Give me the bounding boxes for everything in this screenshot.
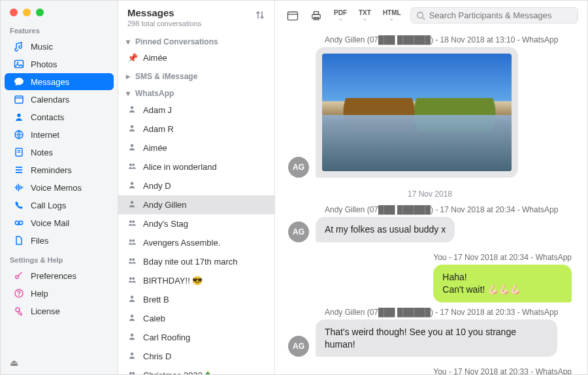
internet-icon — [14, 129, 24, 140]
export-pdf-button[interactable]: PDF ⌄ — [331, 9, 350, 22]
search-field[interactable] — [410, 7, 578, 24]
sidebar-item-label: Help — [31, 289, 48, 299]
conversation-item[interactable]: Carl Roofing — [118, 328, 274, 347]
conversation-panel: Messages 298 total conversations ▾ Pinne… — [118, 1, 275, 374]
sidebar-item-internet[interactable]: Internet — [5, 126, 114, 143]
svg-rect-39 — [287, 12, 297, 20]
sidebar-item-contacts[interactable]: Contacts — [5, 108, 114, 125]
preferences-icon — [14, 270, 24, 281]
voicememos-icon — [14, 182, 24, 193]
svg-point-25 — [129, 220, 132, 223]
eject-icon[interactable]: ⏏ — [1, 351, 118, 374]
conversation-scroll[interactable]: ▾ Pinned Conversations 📌Aimée ▸ SMS & iM… — [118, 32, 274, 374]
avatar: AG — [288, 157, 309, 178]
svg-point-32 — [132, 277, 135, 280]
chat-scroll[interactable]: Andy Gillen (07███ ██████) - 18 Nov 2018… — [275, 30, 587, 374]
license-icon — [14, 306, 24, 316]
sidebar-item-label: Contacts — [31, 112, 64, 122]
sidebar-item-label: Messages — [31, 77, 69, 87]
help-icon — [14, 288, 24, 299]
conversation-item[interactable]: BIRTHDAY!! 😎 — [118, 271, 274, 290]
conversation-item[interactable]: Adam J — [118, 101, 274, 120]
photo-bubble[interactable] — [316, 47, 518, 178]
svg-point-30 — [132, 258, 135, 261]
message-bubble[interactable]: At my folkes as usual buddy x — [316, 217, 455, 242]
svg-point-21 — [129, 163, 132, 166]
conversation-item[interactable]: Caleb — [118, 309, 274, 328]
group-icon — [127, 237, 137, 248]
window-close-icon[interactable] — [10, 8, 18, 16]
conversation-label: Carl Roofing — [143, 333, 190, 342]
conversation-item[interactable]: Christmas 2022🎄 — [118, 366, 274, 374]
conversation-item[interactable]: Adam R — [118, 120, 274, 139]
svg-point-23 — [131, 182, 134, 186]
sidebar-item-label: License — [31, 306, 60, 316]
messages-icon — [14, 76, 24, 87]
sidebar-item-label: Files — [31, 236, 48, 246]
export-txt-button[interactable]: TXT ⌄ — [356, 9, 374, 22]
sidebar-item-music[interactable]: Music — [5, 38, 114, 55]
sidebar-item-voicememos[interactable]: Voice Memos — [5, 179, 114, 196]
message-bubble[interactable]: That's weird though! See you at 10 you s… — [316, 319, 557, 357]
conversation-item[interactable]: Alice in wonderland — [118, 157, 274, 176]
search-input[interactable] — [429, 10, 572, 20]
sidebar-item-photos[interactable]: Photos — [5, 56, 114, 73]
chevron-down-icon: ⌄ — [389, 16, 394, 22]
message-incoming: AG At my folkes as usual buddy x — [288, 217, 572, 242]
section-sms[interactable]: ▸ SMS & iMessage — [118, 67, 274, 84]
person-icon — [127, 332, 137, 343]
print-button[interactable] — [308, 10, 325, 21]
date-range-button[interactable] — [284, 10, 301, 21]
conversation-item[interactable]: Avengers Assemble. — [118, 233, 274, 252]
svg-point-28 — [132, 239, 135, 242]
sidebar-section-settings: Settings & Help — [1, 250, 118, 267]
svg-point-20 — [131, 144, 134, 148]
sidebar-item-label: Reminders — [31, 165, 72, 175]
conversation-item[interactable]: Brett B — [118, 290, 274, 309]
sidebar-item-preferences[interactable]: Preferences — [5, 267, 114, 284]
sidebar-item-help[interactable]: Help — [5, 285, 114, 302]
conversation-item[interactable]: Andy Gillen — [118, 195, 274, 214]
section-whatsapp[interactable]: ▾ WhatsApp — [118, 84, 274, 101]
sidebar-item-messages[interactable]: Messages — [5, 73, 114, 90]
person-icon — [127, 142, 137, 154]
contacts-icon — [14, 112, 24, 122]
person-icon — [127, 351, 137, 362]
sidebar-item-calendars[interactable]: Calendars — [5, 91, 114, 108]
sidebar-item-license[interactable]: License — [5, 302, 114, 319]
conversation-item[interactable]: Chris D — [118, 347, 274, 366]
date-separator: 17 Nov 2018 — [288, 189, 572, 199]
svg-point-27 — [129, 239, 132, 242]
window-minimize-icon[interactable] — [23, 8, 31, 16]
person-icon — [127, 199, 137, 210]
section-pinned[interactable]: ▾ Pinned Conversations — [118, 32, 274, 49]
avatar: AG — [288, 336, 309, 357]
svg-rect-42 — [314, 11, 318, 14]
sidebar-item-files[interactable]: Files — [5, 232, 114, 249]
group-icon — [127, 370, 137, 374]
conversation-item[interactable]: Bday nite out 17th march — [118, 252, 274, 271]
calendar-icon — [287, 10, 299, 21]
conversation-label: Adam J — [143, 105, 172, 115]
conversation-item[interactable]: Andy's Stag — [118, 214, 274, 233]
calllogs-icon — [14, 200, 24, 210]
conversation-item[interactable]: Andy D — [118, 176, 274, 195]
conversation-item[interactable]: Aimée — [118, 139, 274, 157]
sidebar-item-notes[interactable]: Notes — [5, 144, 114, 161]
calendars-icon — [14, 94, 24, 105]
chevron-down-icon: ▾ — [126, 89, 131, 98]
sidebar-item-calllogs[interactable]: Call Logs — [5, 197, 114, 214]
window-zoom-icon[interactable] — [36, 8, 44, 16]
message-bubble[interactable]: Haha! Can't wait! 💪🏻💪🏻💪🏻 — [433, 265, 572, 302]
svg-rect-41 — [312, 14, 320, 18]
export-html-button[interactable]: HTML ⌄ — [380, 9, 404, 22]
conversation-item[interactable]: 📌Aimée — [118, 49, 274, 67]
sidebar-item-label: Internet — [31, 130, 59, 140]
chevron-down-icon: ▾ — [126, 37, 131, 46]
sidebar-item-voicemail[interactable]: Voice Mail — [5, 214, 114, 231]
sidebar-item-label: Call Logs — [31, 201, 66, 210]
message-meta: Andy Gillen (07███ ██████) - 17 Nov 2018… — [325, 205, 572, 214]
sidebar-item-reminders[interactable]: Reminders — [5, 161, 114, 178]
message-text: At my folkes as usual buddy x — [325, 224, 446, 235]
sort-button[interactable] — [255, 7, 265, 22]
